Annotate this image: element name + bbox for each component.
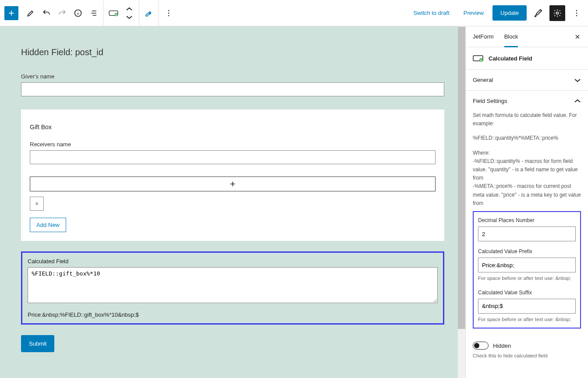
sidebar-tabs: JetForm Block <box>466 26 588 47</box>
help-text-formula: %FIELD::quantity%*%META::price% <box>473 134 581 142</box>
suffix-input[interactable] <box>478 299 576 314</box>
canvas-wrapper: Hidden Field: post_id Giver's name Gift … <box>0 26 465 378</box>
close-sidebar-button[interactable] <box>574 33 581 40</box>
prefix-group: Calculated Value Prefix For space before… <box>478 247 576 283</box>
styles-button[interactable] <box>530 5 546 21</box>
receivers-name-label: Receivers name <box>30 141 436 148</box>
toolbar-right: Switch to draft Preview Update <box>408 5 588 21</box>
prefix-help: For space before or after text use: &nbs… <box>478 274 576 282</box>
update-button[interactable]: Update <box>492 5 527 21</box>
help-text-intro: Set math formula to calculate field valu… <box>473 111 581 128</box>
panel-field-settings-toggle[interactable]: Field Settings <box>466 91 588 111</box>
svg-point-3 <box>168 10 170 11</box>
switch-to-draft-button[interactable]: Switch to draft <box>408 6 454 20</box>
plus-icon <box>7 9 16 18</box>
chevron-up-icon <box>574 99 581 103</box>
tab-jetform[interactable]: JetForm <box>473 33 494 47</box>
panel-general-label: General <box>473 77 493 83</box>
svg-point-5 <box>168 15 170 16</box>
brush-icon <box>533 8 543 18</box>
panel-general-toggle[interactable]: General <box>466 70 588 90</box>
editor-canvas[interactable]: Hidden Field: post_id Giver's name Gift … <box>0 26 465 378</box>
add-inner-block-button[interactable] <box>30 177 436 191</box>
hidden-toggle[interactable] <box>473 342 489 350</box>
more-vertical-icon <box>164 9 173 18</box>
info-icon <box>74 9 82 18</box>
hidden-toggle-label: Hidden <box>493 343 511 349</box>
redo-button[interactable] <box>54 5 70 21</box>
panel-general: General <box>466 70 588 91</box>
settings-sidebar: JetForm Block Calculated Field General F… <box>465 26 588 378</box>
panel-field-settings-label: Field Settings <box>473 98 507 104</box>
tab-block[interactable]: Block <box>504 33 518 47</box>
move-up-button[interactable] <box>121 5 137 13</box>
list-icon <box>89 9 98 18</box>
settings-button[interactable] <box>549 5 565 21</box>
chevron-down-icon <box>126 15 133 19</box>
scrollbar-thumb[interactable] <box>458 27 465 329</box>
help-text-where: Where: <box>473 149 581 157</box>
calculated-field-icon <box>473 54 483 62</box>
svg-point-9 <box>576 15 577 16</box>
edit-mode-button[interactable] <box>23 5 39 21</box>
close-icon <box>574 33 581 40</box>
svg-point-6 <box>556 12 559 14</box>
calculated-field-block[interactable]: Calculated Field Price:&nbsp;%FIELD::gif… <box>21 251 444 325</box>
help-text-meta-macro: -%META::price% - macros for current post… <box>473 182 581 208</box>
svg-point-8 <box>576 12 577 14</box>
more-vertical-icon <box>572 9 581 18</box>
calculated-field-label: Calculated Field <box>28 258 438 265</box>
form-block-button[interactable] <box>106 5 121 21</box>
givers-name-input[interactable] <box>21 82 444 96</box>
top-toolbar: Switch to draft Preview Update <box>0 0 588 26</box>
calculated-field-preview: Price:&nbsp;%FIELD::gift_box%*10&nbsp;$ <box>28 311 438 318</box>
form-block-icon <box>109 10 118 17</box>
toolbar-divider <box>159 0 159 26</box>
undo-icon <box>42 9 51 18</box>
hidden-toggle-row: Hidden <box>466 336 588 351</box>
add-new-button[interactable]: Add New <box>30 218 66 232</box>
decimal-places-input[interactable] <box>478 226 576 241</box>
submit-button[interactable]: Submit <box>21 335 54 352</box>
svg-point-4 <box>168 12 170 14</box>
chevron-up-icon <box>126 7 133 11</box>
main-region: Hidden Field: post_id Giver's name Gift … <box>0 26 588 378</box>
prefix-input[interactable] <box>478 258 576 272</box>
info-button[interactable] <box>70 5 86 21</box>
gift-box-block[interactable]: Gift Box Receivers name × Add New <box>21 110 444 241</box>
block-header: Calculated Field <box>466 47 588 70</box>
gift-box-title: Gift Box <box>30 118 436 131</box>
highlighted-settings-box: Decimal Places Number Calculated Value P… <box>473 211 581 329</box>
decimal-places-group: Decimal Places Number <box>478 216 576 241</box>
calculated-field-formula-input[interactable] <box>28 267 438 303</box>
scrollbar-track[interactable] <box>458 26 465 378</box>
prefix-label: Calculated Value Prefix <box>478 247 576 256</box>
move-arrows <box>121 5 137 21</box>
hidden-field-block-title[interactable]: Hidden Field: post_id <box>21 47 444 57</box>
undo-button[interactable] <box>39 5 54 21</box>
hidden-toggle-help: Check this to hide calculated field <box>466 351 588 364</box>
suffix-help: For space before or after text use: &nbs… <box>478 315 576 323</box>
toggle-knob <box>474 343 479 348</box>
add-block-toggle[interactable] <box>4 6 18 20</box>
receivers-name-input[interactable] <box>30 150 436 164</box>
toolbar-divider <box>103 0 104 26</box>
more-menu-button[interactable] <box>569 5 584 21</box>
preview-button[interactable]: Preview <box>458 6 489 20</box>
givers-name-label: Giver's name <box>21 73 444 80</box>
block-header-title: Calculated Field <box>489 55 532 62</box>
panel-field-settings-body: Set math formula to calculate field valu… <box>466 111 588 336</box>
suffix-group: Calculated Value Suffix For space before… <box>478 289 576 324</box>
outline-button[interactable] <box>86 5 102 21</box>
gear-icon <box>553 9 562 18</box>
plus-icon <box>229 180 237 188</box>
more-options-button[interactable] <box>161 5 177 21</box>
wrench-icon <box>145 9 153 18</box>
redo-icon <box>58 9 67 18</box>
move-down-button[interactable] <box>121 13 137 21</box>
remove-item-button[interactable]: × <box>30 197 44 211</box>
suffix-label: Calculated Value Suffix <box>478 289 576 297</box>
decimal-places-label: Decimal Places Number <box>478 216 576 225</box>
panel-field-settings: Field Settings Set math formula to calcu… <box>466 91 588 364</box>
tools-button[interactable] <box>141 5 157 21</box>
